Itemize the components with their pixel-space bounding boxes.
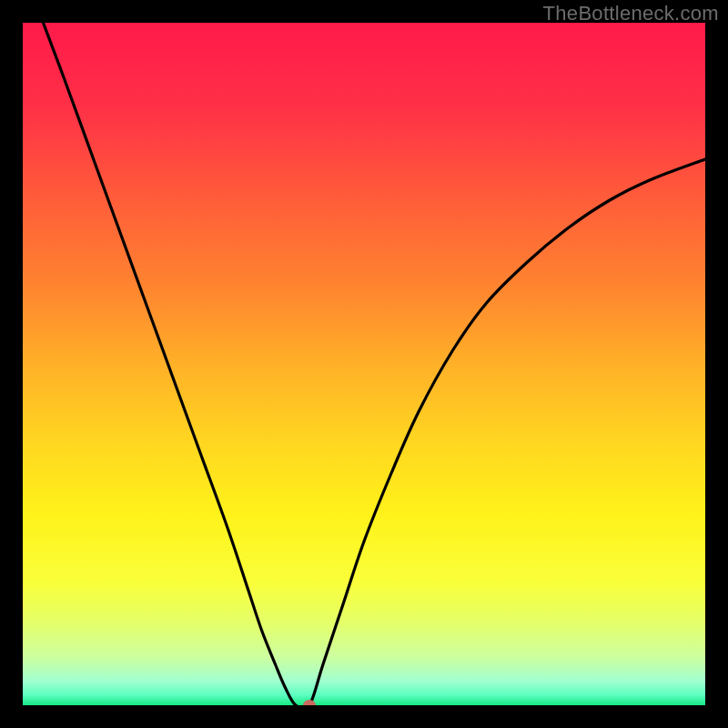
plot-area	[23, 23, 705, 705]
minimum-point-marker	[303, 700, 316, 705]
chart-frame: TheBottleneck.com	[0, 0, 728, 728]
bottleneck-curve	[23, 23, 705, 705]
